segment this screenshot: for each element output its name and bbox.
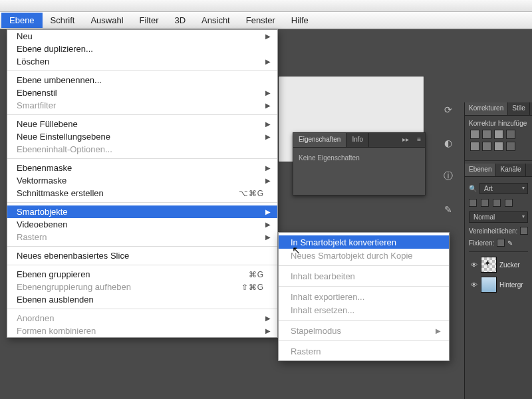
dropdown-item[interactable]: Neue Füllebene▶ (7, 118, 277, 130)
dropdown-item[interactable]: Ebenenstil▶ (7, 86, 277, 99)
dropdown-item[interactable]: Videoebenen▶ (7, 218, 277, 231)
menu-item-label: Ebene umbenennen... (17, 75, 102, 85)
menu-fenster[interactable]: Fenster (238, 13, 283, 28)
dropdown-item[interactable]: Ebenen ausblenden (7, 293, 277, 306)
tab-kanaele[interactable]: Kanäle (496, 164, 525, 176)
submenu-item: Stapelmodus▶ (279, 324, 449, 337)
brush-icon[interactable]: ✎ (507, 239, 513, 247)
dropdown-item: Ebeneninhalt-Optionen... (7, 143, 277, 156)
submenu-arrow-icon: ▶ (265, 102, 271, 109)
dropdown-item[interactable]: Vektormaske▶ (7, 174, 277, 187)
dropdown-item[interactable]: Löschen▶ (7, 55, 277, 68)
submenu-arrow-icon: ▶ (265, 120, 271, 128)
lock-label: Fixieren: (469, 239, 494, 247)
unify-icon[interactable] (520, 227, 528, 235)
dropdown-item: Smartfilter▶ (7, 99, 277, 112)
submenu-arrow-icon: ▶ (265, 233, 271, 241)
menu-item-label: Formen kombinieren (17, 326, 96, 336)
adj-icon[interactable] (482, 142, 491, 151)
adj-icon[interactable] (482, 130, 491, 139)
menu-item-label: Neu (17, 31, 33, 41)
menu-auswahl[interactable]: Auswahl (82, 13, 131, 28)
submenu-arrow-icon: ▶ (265, 221, 271, 228)
submenu-item[interactable]: In Smartobjekt konvertieren (279, 235, 449, 249)
submenu-item: Inhalt bearbeiten (279, 269, 449, 283)
dropdown-item[interactable]: Smartobjekte▶ (7, 205, 277, 218)
dropdown-item[interactable]: Neu▶ (7, 30, 277, 43)
history-icon[interactable]: ⟳ (441, 102, 456, 117)
visibility-icon[interactable]: 👁 (470, 261, 478, 269)
menu-item-label: Neues ebenenbasiertes Slice (17, 251, 129, 261)
menu-item-label: Neue Einstellungsebene (17, 132, 110, 142)
filter-icon[interactable] (505, 199, 513, 207)
menu-item-label: Neue Füllebene (17, 119, 78, 129)
layer-row[interactable]: 👁 Zucker (469, 255, 528, 275)
adj-icon[interactable] (494, 142, 503, 151)
layers-tabs: Ebenen Kanäle (465, 164, 532, 177)
submenu-arrow-icon: ▶ (265, 58, 271, 65)
menu-item-label: Inhalt ersetzen... (291, 305, 354, 315)
corrections-tabs: Korrekturen Stile (465, 102, 532, 116)
tab-eigenschaften[interactable]: Eigenschaften (293, 133, 346, 147)
layer-filter-select[interactable]: Art (479, 183, 528, 194)
adj-icon[interactable] (470, 142, 479, 151)
adj-icon[interactable] (494, 130, 503, 139)
submenu-arrow-icon: ▶ (265, 327, 271, 334)
dropdown-item[interactable]: Ebenen gruppieren⌘G (7, 268, 277, 281)
menu-schrift[interactable]: Schrift (43, 13, 83, 28)
lock-icon[interactable] (497, 239, 505, 247)
dropdown-item: Formen kombinieren▶ (7, 325, 277, 337)
dropdown-item[interactable]: Neue Einstellungsebene▶ (7, 130, 277, 143)
dropdown-item[interactable]: Schnittmaske erstellen⌥⌘G (7, 187, 277, 200)
layer-name: Hintergr (499, 281, 523, 289)
layer-thumbnail[interactable] (481, 277, 497, 293)
menu-filter[interactable]: Filter (132, 13, 167, 28)
layer-thumbnail[interactable] (481, 257, 497, 273)
filter-icon[interactable] (481, 199, 489, 207)
layer-row[interactable]: 👁 Hintergr (469, 275, 528, 295)
tab-korrekturen[interactable]: Korrekturen (465, 102, 508, 115)
unify-label: Vereinheitlichen: (469, 227, 517, 235)
corrections-label: Korrektur hinzufüge (469, 120, 528, 127)
submenu-arrow-icon: ▶ (265, 315, 271, 322)
submenu-arrow-icon: ▶ (265, 133, 271, 140)
menu-3d[interactable]: 3D (166, 13, 194, 28)
menu-ebene[interactable]: Ebene (1, 13, 43, 28)
layers-body: 🔍 Art Normal Vereinheitlichen: Fixieren:… (465, 177, 532, 299)
smartobjekte-submenu: In Smartobjekt konvertierenNeues Smartob… (278, 232, 450, 361)
filter-icons (469, 196, 528, 209)
window-titlebar (0, 0, 532, 12)
shortcut-label: ⌘G (249, 270, 264, 279)
menu-hilfe[interactable]: Hilfe (283, 13, 317, 28)
adj-icon[interactable] (506, 130, 515, 139)
filter-icon[interactable] (493, 199, 501, 207)
tab-info[interactable]: Info (346, 133, 369, 147)
dropdown-item[interactable]: Neues ebenenbasiertes Slice (7, 249, 277, 262)
menu-item-label: Ebene duplizieren... (17, 44, 93, 54)
submenu-item: Inhalt exportieren... (279, 290, 449, 303)
menu-item-label: Ebenen ausblenden (17, 295, 94, 305)
dropdown-item[interactable]: Ebenenmaske▶ (7, 162, 277, 174)
collapsed-panel-strip: ⟳ ◐ ⓘ ✎ (439, 102, 458, 217)
adjust-icon[interactable]: ◐ (441, 136, 456, 150)
menu-ansicht[interactable]: Ansicht (194, 13, 238, 28)
adj-icon[interactable] (506, 142, 515, 151)
menu-item-label: Ebenengruppierung aufheben (17, 282, 131, 292)
tab-ebenen[interactable]: Ebenen (465, 164, 496, 176)
submenu-item: Rastern (279, 344, 449, 358)
menu-item-label: Inhalt exportieren... (291, 292, 364, 302)
panel-menu-icon[interactable]: ≡ (413, 133, 425, 147)
adj-icon[interactable] (470, 130, 479, 139)
dropdown-item[interactable]: Ebene umbenennen... (7, 74, 277, 86)
blend-mode-select[interactable]: Normal (469, 211, 528, 223)
tab-stile[interactable]: Stile (508, 102, 529, 115)
panel-collapse-icon[interactable]: ▸▸ (398, 133, 413, 147)
info-icon[interactable]: ⓘ (441, 169, 456, 184)
filter-icon[interactable] (469, 199, 477, 207)
char-icon[interactable]: ✎ (441, 202, 456, 217)
dropdown-item[interactable]: Ebene duplizieren... (7, 43, 277, 55)
menu-item-label: Schnittmaske erstellen (17, 188, 104, 198)
visibility-icon[interactable]: 👁 (470, 281, 478, 289)
menu-item-label: Videoebenen (17, 219, 67, 229)
menu-item-label: Rastern (291, 346, 321, 356)
